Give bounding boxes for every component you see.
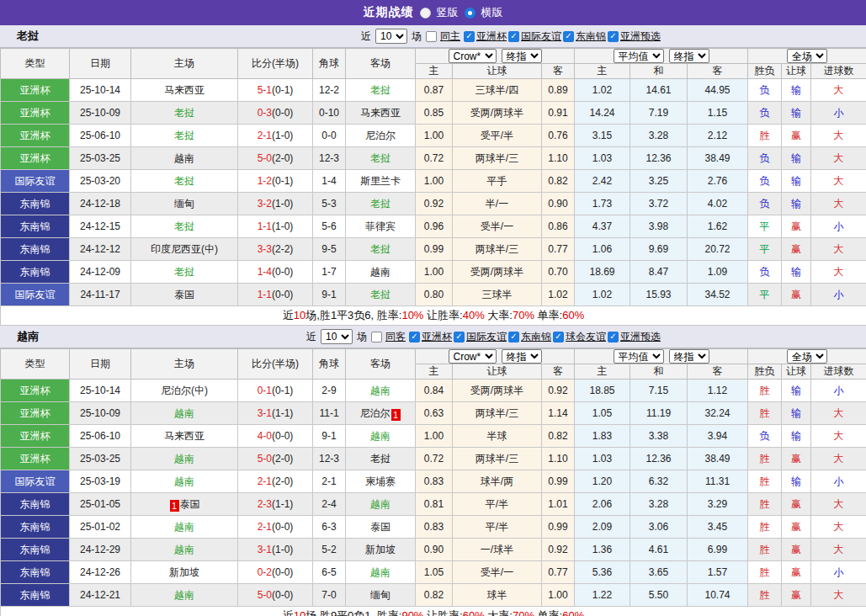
fulltime-score: 3-2 <box>258 198 272 210</box>
league-label[interactable]: 球会友谊 <box>566 330 606 344</box>
corner-count: 2-1 <box>313 470 346 493</box>
away-team: 老挝 <box>346 448 416 470</box>
league-label[interactable]: 亚洲预选 <box>620 29 661 44</box>
avg-away: 34.52 <box>688 284 748 306</box>
result-handicap: 赢 <box>782 539 811 561</box>
league-checkbox[interactable]: ✓ <box>553 332 564 343</box>
same-venue-checkbox[interactable] <box>371 332 382 343</box>
same-venue-checkbox[interactable] <box>426 31 437 42</box>
same-venue-label[interactable]: 同主 <box>440 29 460 44</box>
match-type: 亚洲杯 <box>1 448 70 470</box>
league-checkbox[interactable]: ✓ <box>508 332 519 343</box>
league-label[interactable]: 亚洲杯 <box>476 29 507 44</box>
league-checkbox[interactable]: ✓ <box>409 332 420 343</box>
avg-away: 32.24 <box>688 402 748 425</box>
same-venue-label[interactable]: 同客 <box>385 330 406 344</box>
result-winloss: 负 <box>748 79 782 102</box>
avg-home: 1.02 <box>575 79 630 102</box>
result-handicap: 输 <box>782 102 811 125</box>
result-goals: 小 <box>811 561 866 584</box>
horizontal-layout-label[interactable]: 横版 <box>481 5 503 20</box>
summary-segment: 近 <box>283 609 294 616</box>
results-table-laos: 类型 日期 主场 比分(半场) 角球 客场 Crow*终指 平均值终指 全场 主… <box>0 48 866 326</box>
avg-final-select[interactable]: 终指 <box>669 49 709 63</box>
league-label[interactable]: 亚洲预选 <box>620 330 661 344</box>
odds-company-select[interactable]: Crow* <box>449 49 497 63</box>
match-score: 2-1(0-0) <box>238 516 313 539</box>
col-handicap-result: 让球 <box>782 364 811 380</box>
summary-segment: 40% <box>463 309 485 321</box>
avg-draw: 14.61 <box>630 79 688 102</box>
league-checkbox[interactable]: ✓ <box>508 31 519 42</box>
scope-select[interactable]: 全场 <box>787 49 827 63</box>
near-label: 近 <box>361 29 371 44</box>
team-label: 越南 <box>370 566 390 578</box>
corner-count: 12-3 <box>313 147 346 170</box>
result-handicap: 输 <box>782 425 811 448</box>
match-date: 24-12-21 <box>70 584 131 607</box>
vertical-layout-label[interactable]: 竖版 <box>437 5 459 20</box>
league-checkbox[interactable]: ✓ <box>454 332 465 343</box>
fulltime-score: 2-1 <box>258 475 272 487</box>
league-checkbox[interactable]: ✓ <box>563 31 574 42</box>
avg-draw: 3.98 <box>630 215 688 238</box>
match-type: 东南锦 <box>1 539 70 561</box>
avg-away: 1.62 <box>688 215 748 238</box>
odds-home: 1.00 <box>416 261 453 284</box>
match-score: 1-2(0-1) <box>238 170 313 193</box>
table-row: 亚洲杯25-06-10老挝2-1(1-0)0-0尼泊尔1.00受平/半0.763… <box>1 125 866 147</box>
odds-away: 0.99 <box>542 516 575 539</box>
match-score: 2-3(1-1) <box>238 493 313 516</box>
halftime-score: (2-2) <box>272 243 293 255</box>
odds-company-select[interactable]: Crow* <box>449 349 497 364</box>
league-checkbox[interactable]: ✓ <box>608 332 619 343</box>
match-score: 5-0(2-0) <box>238 147 313 170</box>
odds-home: 1.00 <box>416 425 453 448</box>
odds-home: 0.96 <box>416 215 453 238</box>
league-label[interactable]: 亚洲杯 <box>422 330 452 344</box>
table-row: 东南锦25-01-051泰国2-3(1-1)2-4越南0.81平/半1.012.… <box>1 493 866 516</box>
fulltime-score: 0-1 <box>258 385 272 396</box>
odds-final-select[interactable]: 终指 <box>502 349 542 364</box>
scope-select[interactable]: 全场 <box>787 349 827 364</box>
odds-final-select[interactable]: 终指 <box>502 49 542 63</box>
match-date: 24-12-29 <box>70 539 131 561</box>
corner-count: 9-5 <box>313 238 346 261</box>
home-team: 越南 <box>131 539 238 561</box>
avg-draw: 9.69 <box>630 238 688 261</box>
horizontal-layout-radio[interactable] <box>465 8 476 19</box>
league-checkbox[interactable]: ✓ <box>608 31 619 42</box>
col-handicap-result: 让球 <box>782 64 811 79</box>
avg-final-select[interactable]: 终指 <box>669 349 709 364</box>
avg-home: 1.02 <box>575 284 630 306</box>
league-label[interactable]: 国际友谊 <box>466 330 507 344</box>
league-label[interactable]: 国际友谊 <box>521 29 561 44</box>
avg-company-select[interactable]: 平均值 <box>614 49 664 63</box>
league-checkbox[interactable]: ✓ <box>464 31 475 42</box>
table-row: 亚洲杯25-10-14尼泊尔(中)0-1(0-1)2-9越南0.84受两/两球半… <box>1 380 866 402</box>
result-handicap: 输 <box>782 380 811 402</box>
avg-company-select[interactable]: 平均值 <box>614 349 664 364</box>
summary-segment: 大率: <box>485 609 513 616</box>
summary-segment: 让胜率: <box>423 609 462 616</box>
league-label[interactable]: 东南锦 <box>576 29 606 44</box>
corner-count: 0-10 <box>313 102 346 125</box>
vertical-layout-radio[interactable] <box>420 8 431 19</box>
avg-home: 3.15 <box>575 125 630 147</box>
avg-home: 1.22 <box>575 584 630 607</box>
result-handicap: 赢 <box>782 215 811 238</box>
league-label[interactable]: 东南锦 <box>521 330 551 344</box>
odds-away: 0.77 <box>542 238 575 261</box>
match-count-select[interactable]: 10 <box>321 329 353 344</box>
avg-away: 20.72 <box>688 238 748 261</box>
home-team: 越南 <box>131 402 238 425</box>
odds-home: 1.05 <box>416 561 453 584</box>
match-count-select[interactable]: 10 <box>375 29 407 44</box>
summary-segment: 70% <box>513 309 534 321</box>
fulltime-score: 5-1 <box>258 84 272 96</box>
table-row: 东南锦24-12-15老挝1-1(1-0)5-6菲律宾0.96受半/一0.864… <box>1 215 866 238</box>
corner-count: 5-2 <box>313 539 346 561</box>
odds-away: 0.99 <box>542 470 575 493</box>
home-team: 1泰国 <box>131 493 238 516</box>
match-date: 25-03-25 <box>70 147 131 170</box>
